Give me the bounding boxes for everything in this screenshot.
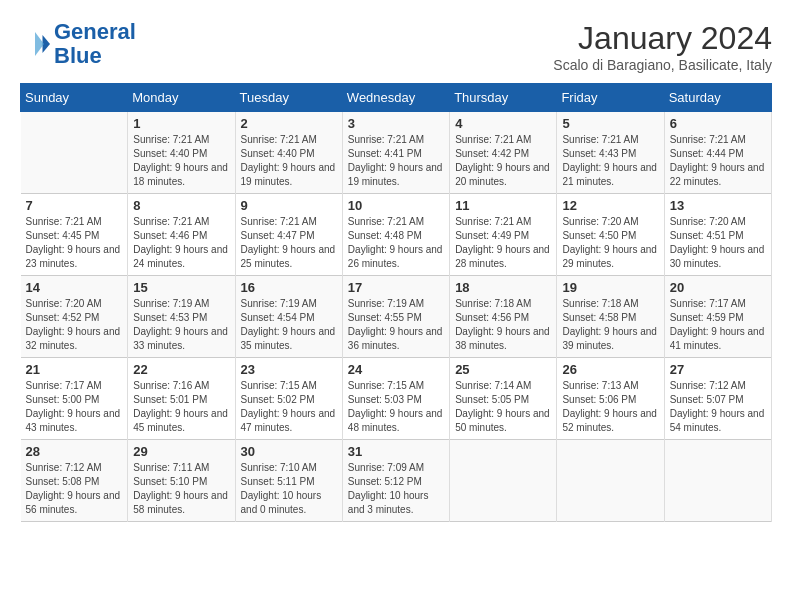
- day-number: 10: [348, 198, 444, 213]
- day-number: 23: [241, 362, 337, 377]
- day-info: Sunrise: 7:20 AMSunset: 4:51 PMDaylight:…: [670, 215, 766, 271]
- day-info: Sunrise: 7:14 AMSunset: 5:05 PMDaylight:…: [455, 379, 551, 435]
- location-subtitle: Scalo di Baragiano, Basilicate, Italy: [553, 57, 772, 73]
- day-info: Sunrise: 7:21 AMSunset: 4:40 PMDaylight:…: [241, 133, 337, 189]
- calendar-day-cell: 22Sunrise: 7:16 AMSunset: 5:01 PMDayligh…: [128, 358, 235, 440]
- day-number: 30: [241, 444, 337, 459]
- day-number: 1: [133, 116, 229, 131]
- day-number: 3: [348, 116, 444, 131]
- calendar-day-cell: 13Sunrise: 7:20 AMSunset: 4:51 PMDayligh…: [664, 194, 771, 276]
- weekday-header-row: SundayMondayTuesdayWednesdayThursdayFrid…: [21, 84, 772, 112]
- day-number: 14: [26, 280, 123, 295]
- day-info: Sunrise: 7:21 AMSunset: 4:43 PMDaylight:…: [562, 133, 658, 189]
- day-info: Sunrise: 7:12 AMSunset: 5:07 PMDaylight:…: [670, 379, 766, 435]
- weekday-header: Monday: [128, 84, 235, 112]
- day-info: Sunrise: 7:16 AMSunset: 5:01 PMDaylight:…: [133, 379, 229, 435]
- day-number: 28: [26, 444, 123, 459]
- calendar-day-cell: 4Sunrise: 7:21 AMSunset: 4:42 PMDaylight…: [450, 112, 557, 194]
- day-info: Sunrise: 7:21 AMSunset: 4:44 PMDaylight:…: [670, 133, 766, 189]
- day-info: Sunrise: 7:21 AMSunset: 4:49 PMDaylight:…: [455, 215, 551, 271]
- day-info: Sunrise: 7:21 AMSunset: 4:42 PMDaylight:…: [455, 133, 551, 189]
- day-number: 27: [670, 362, 766, 377]
- day-number: 4: [455, 116, 551, 131]
- calendar-week-row: 28Sunrise: 7:12 AMSunset: 5:08 PMDayligh…: [21, 440, 772, 522]
- day-info: Sunrise: 7:19 AMSunset: 4:55 PMDaylight:…: [348, 297, 444, 353]
- day-info: Sunrise: 7:21 AMSunset: 4:46 PMDaylight:…: [133, 215, 229, 271]
- day-number: 15: [133, 280, 229, 295]
- calendar-day-cell: 7Sunrise: 7:21 AMSunset: 4:45 PMDaylight…: [21, 194, 128, 276]
- calendar-day-cell: 31Sunrise: 7:09 AMSunset: 5:12 PMDayligh…: [342, 440, 449, 522]
- page-header: General Blue January 2024 Scalo di Barag…: [20, 20, 772, 73]
- calendar-table: SundayMondayTuesdayWednesdayThursdayFrid…: [20, 83, 772, 522]
- day-info: Sunrise: 7:21 AMSunset: 4:47 PMDaylight:…: [241, 215, 337, 271]
- day-number: 13: [670, 198, 766, 213]
- calendar-day-cell: 29Sunrise: 7:11 AMSunset: 5:10 PMDayligh…: [128, 440, 235, 522]
- day-number: 11: [455, 198, 551, 213]
- calendar-day-cell: 3Sunrise: 7:21 AMSunset: 4:41 PMDaylight…: [342, 112, 449, 194]
- calendar-day-cell: 8Sunrise: 7:21 AMSunset: 4:46 PMDaylight…: [128, 194, 235, 276]
- calendar-day-cell: [664, 440, 771, 522]
- title-block: January 2024 Scalo di Baragiano, Basilic…: [553, 20, 772, 73]
- calendar-day-cell: [21, 112, 128, 194]
- day-info: Sunrise: 7:21 AMSunset: 4:48 PMDaylight:…: [348, 215, 444, 271]
- calendar-day-cell: 12Sunrise: 7:20 AMSunset: 4:50 PMDayligh…: [557, 194, 664, 276]
- day-info: Sunrise: 7:17 AMSunset: 4:59 PMDaylight:…: [670, 297, 766, 353]
- day-number: 19: [562, 280, 658, 295]
- day-info: Sunrise: 7:15 AMSunset: 5:02 PMDaylight:…: [241, 379, 337, 435]
- day-info: Sunrise: 7:09 AMSunset: 5:12 PMDaylight:…: [348, 461, 444, 517]
- day-number: 6: [670, 116, 766, 131]
- calendar-day-cell: 9Sunrise: 7:21 AMSunset: 4:47 PMDaylight…: [235, 194, 342, 276]
- day-number: 24: [348, 362, 444, 377]
- day-number: 26: [562, 362, 658, 377]
- calendar-day-cell: 20Sunrise: 7:17 AMSunset: 4:59 PMDayligh…: [664, 276, 771, 358]
- calendar-day-cell: 23Sunrise: 7:15 AMSunset: 5:02 PMDayligh…: [235, 358, 342, 440]
- day-info: Sunrise: 7:11 AMSunset: 5:10 PMDaylight:…: [133, 461, 229, 517]
- day-info: Sunrise: 7:20 AMSunset: 4:52 PMDaylight:…: [26, 297, 123, 353]
- day-info: Sunrise: 7:21 AMSunset: 4:41 PMDaylight:…: [348, 133, 444, 189]
- calendar-day-cell: 28Sunrise: 7:12 AMSunset: 5:08 PMDayligh…: [21, 440, 128, 522]
- logo-icon: [20, 29, 50, 59]
- day-info: Sunrise: 7:21 AMSunset: 4:45 PMDaylight:…: [26, 215, 123, 271]
- calendar-day-cell: 5Sunrise: 7:21 AMSunset: 4:43 PMDaylight…: [557, 112, 664, 194]
- weekday-header: Sunday: [21, 84, 128, 112]
- month-title: January 2024: [553, 20, 772, 57]
- calendar-day-cell: 14Sunrise: 7:20 AMSunset: 4:52 PMDayligh…: [21, 276, 128, 358]
- calendar-day-cell: 16Sunrise: 7:19 AMSunset: 4:54 PMDayligh…: [235, 276, 342, 358]
- weekday-header: Tuesday: [235, 84, 342, 112]
- calendar-day-cell: 10Sunrise: 7:21 AMSunset: 4:48 PMDayligh…: [342, 194, 449, 276]
- calendar-week-row: 7Sunrise: 7:21 AMSunset: 4:45 PMDaylight…: [21, 194, 772, 276]
- calendar-day-cell: 11Sunrise: 7:21 AMSunset: 4:49 PMDayligh…: [450, 194, 557, 276]
- weekday-header: Thursday: [450, 84, 557, 112]
- weekday-header: Friday: [557, 84, 664, 112]
- day-info: Sunrise: 7:13 AMSunset: 5:06 PMDaylight:…: [562, 379, 658, 435]
- calendar-day-cell: 26Sunrise: 7:13 AMSunset: 5:06 PMDayligh…: [557, 358, 664, 440]
- calendar-week-row: 14Sunrise: 7:20 AMSunset: 4:52 PMDayligh…: [21, 276, 772, 358]
- weekday-header: Wednesday: [342, 84, 449, 112]
- day-info: Sunrise: 7:21 AMSunset: 4:40 PMDaylight:…: [133, 133, 229, 189]
- calendar-day-cell: 19Sunrise: 7:18 AMSunset: 4:58 PMDayligh…: [557, 276, 664, 358]
- calendar-day-cell: 6Sunrise: 7:21 AMSunset: 4:44 PMDaylight…: [664, 112, 771, 194]
- calendar-week-row: 21Sunrise: 7:17 AMSunset: 5:00 PMDayligh…: [21, 358, 772, 440]
- day-info: Sunrise: 7:10 AMSunset: 5:11 PMDaylight:…: [241, 461, 337, 517]
- calendar-day-cell: 2Sunrise: 7:21 AMSunset: 4:40 PMDaylight…: [235, 112, 342, 194]
- day-number: 16: [241, 280, 337, 295]
- calendar-day-cell: 1Sunrise: 7:21 AMSunset: 4:40 PMDaylight…: [128, 112, 235, 194]
- day-info: Sunrise: 7:20 AMSunset: 4:50 PMDaylight:…: [562, 215, 658, 271]
- day-number: 25: [455, 362, 551, 377]
- calendar-day-cell: 21Sunrise: 7:17 AMSunset: 5:00 PMDayligh…: [21, 358, 128, 440]
- calendar-day-cell: 24Sunrise: 7:15 AMSunset: 5:03 PMDayligh…: [342, 358, 449, 440]
- day-number: 5: [562, 116, 658, 131]
- day-number: 18: [455, 280, 551, 295]
- day-info: Sunrise: 7:15 AMSunset: 5:03 PMDaylight:…: [348, 379, 444, 435]
- calendar-day-cell: 25Sunrise: 7:14 AMSunset: 5:05 PMDayligh…: [450, 358, 557, 440]
- calendar-day-cell: 30Sunrise: 7:10 AMSunset: 5:11 PMDayligh…: [235, 440, 342, 522]
- calendar-day-cell: [557, 440, 664, 522]
- day-number: 7: [26, 198, 123, 213]
- calendar-day-cell: 18Sunrise: 7:18 AMSunset: 4:56 PMDayligh…: [450, 276, 557, 358]
- day-number: 22: [133, 362, 229, 377]
- day-info: Sunrise: 7:19 AMSunset: 4:53 PMDaylight:…: [133, 297, 229, 353]
- calendar-day-cell: 17Sunrise: 7:19 AMSunset: 4:55 PMDayligh…: [342, 276, 449, 358]
- logo-line2: Blue: [54, 43, 102, 68]
- calendar-week-row: 1Sunrise: 7:21 AMSunset: 4:40 PMDaylight…: [21, 112, 772, 194]
- day-number: 8: [133, 198, 229, 213]
